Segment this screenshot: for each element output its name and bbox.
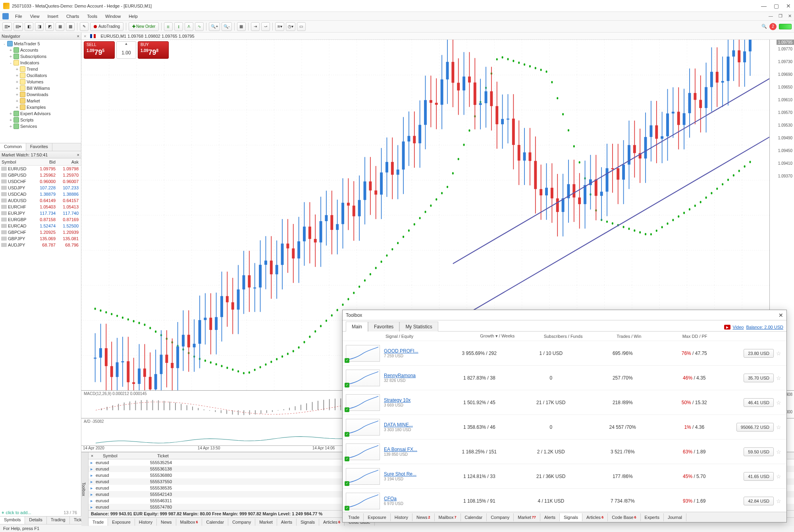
marketwatch-row[interactable]: EURGBP0.871580.87169 — [0, 216, 81, 223]
nav-item[interactable]: +Bill Williams — [0, 85, 81, 91]
marketwatch-close-icon[interactable]: × — [77, 152, 79, 157]
timeframe-button[interactable]: ◷▾ — [286, 22, 295, 31]
profiles-button[interactable]: ▤▾ — [13, 22, 23, 31]
toolbox-tab-trade[interactable]: Trade — [344, 513, 364, 521]
menu-insert[interactable]: Insert — [43, 13, 62, 19]
toolbox-tab-news[interactable]: News 2 — [412, 513, 435, 521]
nav-item[interactable]: -Indicators — [0, 60, 81, 66]
mdi-restore-icon[interactable]: ❐ — [779, 13, 782, 19]
terminal-tab-company[interactable]: Company — [228, 519, 255, 526]
new-chart-button[interactable]: ▥▾ — [2, 22, 12, 31]
marketwatch-row[interactable]: EURCAD1.524741.52500 — [0, 223, 81, 229]
mdi-close-icon[interactable]: ✕ — [788, 13, 792, 19]
marketwatch-row[interactable]: GBPCHF1.209251.20939 — [0, 229, 81, 235]
mw-tab-symbols[interactable]: Symbols — [0, 517, 25, 524]
marketwatch-row[interactable]: USDCHF0.960000.96007 — [0, 178, 81, 185]
new-order-button[interactable]: ✚New Order — [129, 22, 159, 31]
favorite-star-icon[interactable]: ☆ — [774, 473, 783, 480]
subscribe-button[interactable]: 59.50 USD — [744, 447, 774, 456]
toolbox-tab-journal[interactable]: Journal — [664, 513, 686, 521]
toolbox-tab-signals[interactable]: Signals — [560, 513, 582, 521]
signal-row[interactable]: ✓ DATA MINE...3 303 180 USD 1 358.63% / … — [343, 415, 786, 439]
signal-link[interactable]: Strategy 10x — [384, 397, 410, 403]
favorite-star-icon[interactable]: ☆ — [774, 424, 783, 430]
menu-view[interactable]: View — [26, 13, 44, 19]
chart-shift-button[interactable]: ⤻ — [261, 22, 270, 31]
toolbox-tab-mystats[interactable]: My Statistics — [399, 322, 438, 332]
signal-row[interactable]: ✓ CFOa6 970 USD 1 108.15% / 91 4 / 11K U… — [343, 489, 786, 512]
toolbox-tab-favorites[interactable]: Favorites — [368, 322, 399, 332]
youtube-icon[interactable]: ▶ — [724, 325, 730, 330]
signal-link[interactable]: RennyRamona — [384, 373, 416, 378]
mql5-icon[interactable] — [2, 13, 9, 19]
menu-charts[interactable]: Charts — [62, 13, 83, 19]
terminal-tab-history[interactable]: History — [135, 519, 157, 526]
subscribe-button[interactable]: 46.41 USD — [744, 398, 774, 407]
search-icon[interactable]: 🔍 — [761, 24, 767, 29]
favorite-star-icon[interactable]: ☆ — [774, 399, 783, 406]
signal-link[interactable]: GOOD PROFI... — [384, 348, 418, 354]
templates-button[interactable]: ▭ — [297, 22, 306, 31]
nav-tab-common[interactable]: Common — [0, 143, 26, 151]
marketwatch-row[interactable]: EURCHF1.054031.05413 — [0, 204, 81, 210]
favorite-star-icon[interactable]: ☆ — [774, 449, 783, 455]
zoom-in-button[interactable]: 🔍+ — [209, 22, 220, 31]
favorite-star-icon[interactable]: ☆ — [774, 498, 783, 504]
toolbox-vertical-tab[interactable]: Toolbox — [81, 452, 89, 526]
toolbox-button[interactable]: ▦ — [56, 22, 64, 31]
marketwatch-row[interactable]: GBPUSD1.259621.25970 — [0, 172, 81, 178]
bar-chart-button[interactable]: ⫼ — [164, 22, 173, 31]
terminal-tab-articles[interactable]: Articles 6 — [319, 519, 345, 526]
toolbox-window[interactable]: Toolbox✕ Main Favorites My Statistics ▶ … — [342, 310, 787, 522]
connection-indicator[interactable] — [779, 24, 792, 29]
order-qty-stepper[interactable]: ▲1.00 — [116, 41, 136, 59]
nav-item[interactable]: +Accounts — [0, 47, 81, 53]
terminal-tab-market[interactable]: Market — [255, 519, 277, 526]
terminal-tab-exposure[interactable]: Exposure — [108, 519, 135, 526]
toolbox-tab-codebase[interactable]: Code Base 6 — [608, 513, 640, 521]
nav-tab-favorites[interactable]: Favorites — [26, 143, 52, 151]
mdi-minimize-icon[interactable]: ― — [769, 13, 773, 19]
toolbox-tab-company[interactable]: Company — [487, 513, 514, 521]
subscribe-button[interactable]: 95066.72 USD — [736, 423, 774, 432]
marketwatch-row[interactable]: EURJPY117.734117.740 — [0, 210, 81, 216]
signal-link[interactable]: Sure Shot Re... — [384, 471, 416, 477]
notifications-badge[interactable]: 2 — [769, 23, 777, 30]
balance-link[interactable]: Balance: 2.00 USD — [746, 325, 783, 330]
signal-row[interactable]: ✓ Strategy 10x3 669 USD 1 501.92% / 45 2… — [343, 390, 786, 415]
indicators-button[interactable]: ≋▾ — [275, 22, 284, 31]
navigator-button[interactable]: ◩ — [45, 22, 54, 31]
navigator-close-icon[interactable]: × — [77, 34, 79, 39]
tick-chart-button[interactable]: ∿ — [195, 22, 204, 31]
terminal-tab-alerts[interactable]: Alerts — [277, 519, 297, 526]
buy-button[interactable]: BUY 1.09798 — [138, 41, 169, 59]
terminal-close-icon[interactable]: × — [89, 453, 96, 458]
chart-close-icon[interactable]: × — [84, 34, 86, 39]
marketwatch-row[interactable]: USDCAD1.388791.38886 — [0, 191, 81, 197]
strategy-tester-button[interactable]: ▩ — [66, 22, 75, 31]
subscribe-button[interactable]: 23.80 USD — [744, 349, 774, 358]
marketwatch-add[interactable]: + click to add... 13 / 76 — [0, 509, 81, 516]
subscribe-button[interactable]: 42.84 USD — [744, 497, 774, 505]
data-window-button[interactable]: ◨ — [35, 22, 44, 31]
signal-row[interactable]: ✓ Sure Shot Re...3 194 USD 1 124.81% / 3… — [343, 464, 786, 489]
nav-item[interactable]: +Downloads — [0, 91, 81, 98]
maximize-button[interactable]: ▢ — [774, 3, 779, 9]
favorite-star-icon[interactable]: ☆ — [774, 375, 783, 381]
terminal-tab-trade[interactable]: Trade — [89, 519, 108, 526]
tile-windows-button[interactable]: ▦ — [237, 22, 246, 31]
signal-row[interactable]: ✓ GOOD PROFI...7 259 USD 3 955.69% / 292… — [343, 341, 786, 366]
auto-scroll-button[interactable]: ⇥ — [251, 22, 260, 31]
video-link[interactable]: Video — [733, 325, 744, 330]
menu-window[interactable]: Window — [101, 13, 125, 19]
mw-tab-trading[interactable]: Trading — [47, 517, 70, 524]
terminal-tab-news[interactable]: News — [157, 519, 176, 526]
nav-root[interactable]: -MetaTrader 5 — [0, 40, 81, 47]
marketwatch-row[interactable]: USDJPY107.228107.233 — [0, 185, 81, 191]
terminal-tab-signals[interactable]: Signals — [297, 519, 319, 526]
nav-item[interactable]: +Market — [0, 98, 81, 104]
nav-item[interactable]: +Expert Advisors — [0, 110, 81, 117]
signal-row[interactable]: ✓ RennyRamona32 826 USD 1 827.83% / 38 0… — [343, 366, 786, 390]
nav-item[interactable]: +Scripts — [0, 117, 81, 123]
toolbox-titlebar[interactable]: Toolbox✕ — [343, 310, 786, 320]
